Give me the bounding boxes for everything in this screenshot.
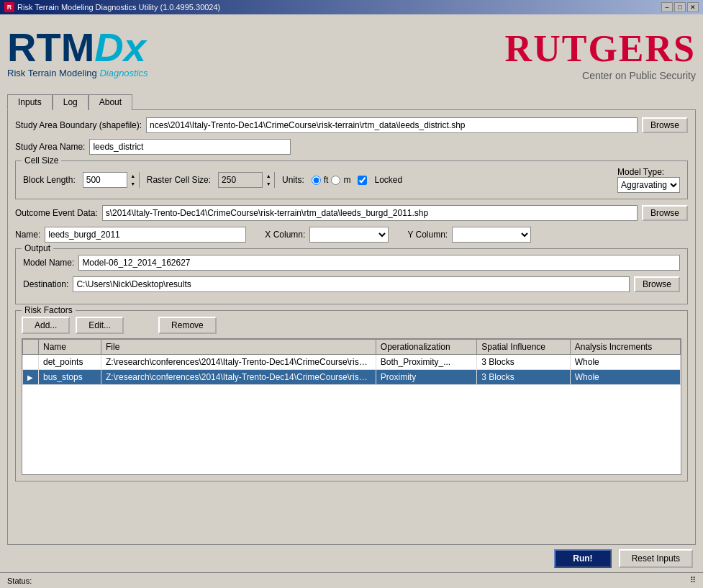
edit-button[interactable]: Edit... <box>76 317 124 334</box>
outcome-browse-button[interactable]: Browse <box>642 205 688 221</box>
status-label: Status: <box>7 576 32 585</box>
raster-cell-down[interactable]: ▼ <box>263 180 274 188</box>
output-title: Output <box>22 243 53 253</box>
study-area-name-input[interactable] <box>89 139 291 155</box>
study-area-label: Study Area Boundary (shapefile): <box>15 120 142 130</box>
risk-table-body: det_points Z:\research\conferences\2014\… <box>23 355 681 385</box>
model-type-select[interactable]: Aggravating Protective <box>617 177 680 193</box>
app-icon: R <box>4 2 14 12</box>
cell-size-row: Block Length: ▲ ▼ Raster Cell Size: ▲ ▼ <box>23 167 680 193</box>
header: RTM Dx Risk Terrain Modeling Diagnostics… <box>0 14 703 94</box>
outcome-label: Outcome Event Data: <box>15 208 98 218</box>
raster-cell-input[interactable] <box>219 173 262 187</box>
table-row[interactable]: ▶ bus_stops Z:\research\conferences\2014… <box>23 370 681 385</box>
minimize-button[interactable]: – <box>661 2 673 12</box>
risk-factors-section: Risk Factors Add... Edit... Remove Name … <box>15 310 688 481</box>
model-name-row: Model Name: <box>23 255 680 271</box>
title-bar-left: R Risk Terrain Modeling Diagnostics Util… <box>4 2 220 12</box>
y-column-select[interactable] <box>452 227 531 243</box>
run-button[interactable]: Run! <box>554 549 611 568</box>
rutgers-sub: Center on Public Security <box>505 70 696 81</box>
add-button[interactable]: Add... <box>22 317 70 334</box>
destination-row: Destination: Browse <box>23 276 680 292</box>
block-length-down[interactable]: ▼ <box>127 180 139 188</box>
units-ft-radio[interactable] <box>312 176 321 185</box>
row-operationalization: Both_Proximity_... <box>376 355 476 370</box>
content-panel: Study Area Boundary (shapefile): Browse … <box>7 109 696 545</box>
tab-log[interactable]: Log <box>53 94 89 110</box>
col-file: File <box>101 340 376 355</box>
col-operationalization: Operationalization <box>376 340 476 355</box>
tab-inputs[interactable]: Inputs <box>7 94 53 110</box>
col-arrow <box>23 340 39 355</box>
destination-input[interactable] <box>73 276 630 292</box>
model-name-input[interactable] <box>78 255 680 271</box>
row-arrow: ▶ <box>23 370 39 385</box>
block-length-label: Block Length: <box>23 175 76 185</box>
x-column-label: X Column: <box>265 230 305 240</box>
main-window: RTM Dx Risk Terrain Modeling Diagnostics… <box>0 14 703 588</box>
raster-cell-up[interactable]: ▲ <box>263 172 274 180</box>
table-row[interactable]: det_points Z:\research\conferences\2014\… <box>23 355 681 370</box>
title-bar: R Risk Terrain Modeling Diagnostics Util… <box>0 0 703 14</box>
col-spatial-influence: Spatial Influence <box>477 340 570 355</box>
cell-size-group: Cell Size Block Length: ▲ ▼ Raster Cell … <box>15 160 688 199</box>
y-column-label: Y Column: <box>407 230 448 240</box>
rutgers-logo: RUTGERS Center on Public Security <box>505 27 696 81</box>
row-name: bus_stops <box>39 370 101 385</box>
units-m-radio[interactable] <box>331 176 340 185</box>
x-column-select[interactable] <box>309 227 389 243</box>
raster-cell-label: Raster Cell Size: <box>147 175 211 185</box>
title-bar-controls[interactable]: – □ ✕ <box>661 2 699 12</box>
close-button[interactable]: ✕ <box>687 2 699 12</box>
block-length-up[interactable]: ▲ <box>127 172 139 180</box>
maximize-button[interactable]: □ <box>674 2 686 12</box>
raster-cell-arrows[interactable]: ▲ ▼ <box>262 172 274 188</box>
name-label: Name: <box>15 230 40 240</box>
row-operationalization: Proximity <box>376 370 476 385</box>
risk-buttons: Add... Edit... Remove <box>22 317 681 334</box>
reset-button[interactable]: Reset Inputs <box>619 549 693 568</box>
name-row: Name: X Column: Y Column: <box>15 227 688 243</box>
row-spatial-influence: 3 Blocks <box>477 370 570 385</box>
name-input[interactable] <box>45 227 246 243</box>
model-type-label: Model Type: <box>617 167 664 177</box>
row-file: Z:\research\conferences\2014\Italy-Trent… <box>101 355 376 370</box>
row-spatial-influence: 3 Blocks <box>477 355 570 370</box>
remove-button[interactable]: Remove <box>158 317 217 334</box>
study-area-row: Study Area Boundary (shapefile): Browse <box>15 117 688 133</box>
model-type-box: Model Type: Aggravating Protective <box>617 167 680 193</box>
col-name: Name <box>39 340 101 355</box>
block-length-spinner[interactable]: ▲ ▼ <box>83 172 140 188</box>
outcome-input[interactable] <box>102 205 638 221</box>
dx-text: Dx <box>94 30 146 65</box>
study-area-name-row: Study Area Name: <box>15 139 688 155</box>
row-file: Z:\research\conferences\2014\Italy-Trent… <box>101 370 376 385</box>
action-buttons: Run! Reset Inputs <box>554 549 693 568</box>
units-radio-group[interactable]: ft m <box>312 175 351 185</box>
block-length-arrows[interactable]: ▲ ▼ <box>127 172 139 188</box>
col-analysis-increments: Analysis Increments <box>570 340 680 355</box>
study-area-browse-button[interactable]: Browse <box>642 117 688 133</box>
destination-label: Destination: <box>23 279 68 289</box>
destination-browse-button[interactable]: Browse <box>634 276 680 292</box>
raster-cell-spinner[interactable]: ▲ ▼ <box>218 172 275 188</box>
app-logo: RTM Dx Risk Terrain Modeling Diagnostics <box>7 30 148 78</box>
rutgers-name: RUTGERS <box>505 27 696 70</box>
logo-risk: Risk Terrain Modeling <box>7 68 97 78</box>
locked-label: Locked <box>374 175 402 185</box>
study-area-input[interactable] <box>146 117 638 133</box>
risk-table-container: Name File Operationalization Spatial Inf… <box>22 338 681 475</box>
risk-factors-title: Risk Factors <box>22 305 76 315</box>
title-text: Risk Terrain Modeling Diagnostics Utilit… <box>17 3 220 12</box>
study-area-name-label: Study Area Name: <box>15 142 85 152</box>
output-group: Output Model Name: Destination: Browse <box>15 248 688 304</box>
locked-checkbox[interactable] <box>358 176 367 185</box>
logo-top: RTM Dx <box>7 30 148 65</box>
logo-diag: Diagnostics <box>99 68 148 78</box>
risk-table: Name File Operationalization Spatial Inf… <box>22 339 681 385</box>
block-length-input[interactable] <box>83 173 127 187</box>
bottom-bar: Run! Reset Inputs <box>0 545 703 572</box>
model-name-label: Model Name: <box>23 258 74 268</box>
tab-about[interactable]: About <box>89 94 132 110</box>
